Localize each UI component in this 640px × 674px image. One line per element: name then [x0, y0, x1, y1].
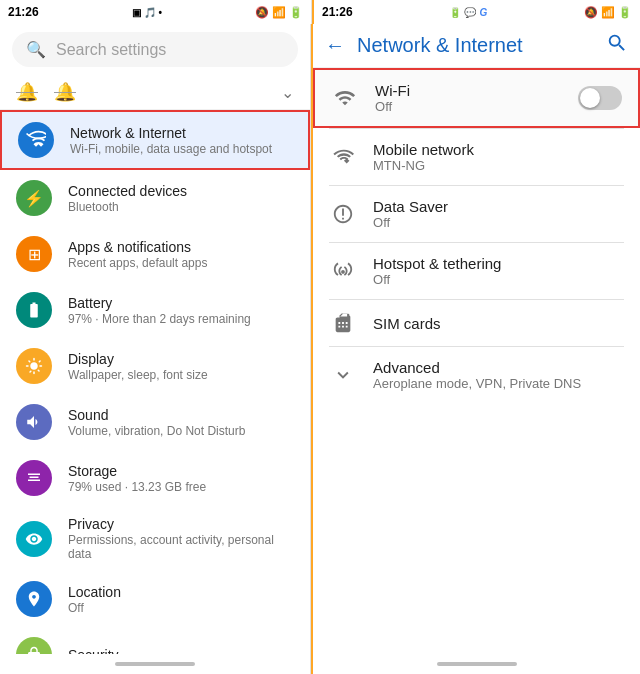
storage-text: Storage 79% used · 13.23 GB free: [68, 463, 294, 494]
data-saver-item[interactable]: Data Saver Off: [313, 186, 640, 242]
connected-title: Connected devices: [68, 183, 294, 199]
right-search-button[interactable]: [606, 32, 628, 59]
settings-item-connected[interactable]: ⚡ Connected devices Bluetooth: [0, 170, 310, 226]
search-bar[interactable]: 🔍 Search settings: [12, 32, 298, 67]
connected-subtitle: Bluetooth: [68, 200, 294, 214]
mobile-icon: [329, 146, 357, 168]
hotspot-text: Hotspot & tethering Off: [373, 255, 624, 287]
advanced-title: Advanced: [373, 359, 624, 376]
network-subtitle: Wi-Fi, mobile, data usage and hotspot: [70, 142, 292, 156]
mobile-network-item[interactable]: Mobile network MTN-NG: [313, 129, 640, 185]
privacy-title: Privacy: [68, 516, 294, 532]
hotspot-icon: [329, 260, 357, 282]
display-text: Display Wallpaper, sleep, font size: [68, 351, 294, 382]
hotspot-item[interactable]: Hotspot & tethering Off: [313, 243, 640, 299]
storage-title: Storage: [68, 463, 294, 479]
notif-alert-icon: 🔔: [54, 81, 76, 103]
display-icon: [16, 348, 52, 384]
mobile-subtitle: MTN-NG: [373, 158, 624, 173]
bell-slash-icon-right: 🔕: [584, 6, 598, 19]
mobile-title: Mobile network: [373, 141, 624, 158]
privacy-text: Privacy Permissions, account activity, p…: [68, 516, 294, 561]
advanced-text: Advanced Aeroplane mode, VPN, Private DN…: [373, 359, 624, 391]
apps-text: Apps & notifications Recent apps, defaul…: [68, 239, 294, 270]
right-header: ← Network & Internet: [313, 24, 640, 68]
whatsapp-icon: 💬: [464, 7, 476, 18]
settings-item-storage[interactable]: Storage 79% used · 13.23 GB free: [0, 450, 310, 506]
notif-bell-icon: 🔔: [16, 81, 38, 103]
advanced-icon: [329, 364, 357, 386]
display-title: Display: [68, 351, 294, 367]
location-icon: [16, 581, 52, 617]
mobile-text: Mobile network MTN-NG: [373, 141, 624, 173]
left-status-time: 21:26: [8, 5, 39, 19]
settings-item-security[interactable]: Security: [0, 627, 310, 654]
battery-icon-left: 🔋: [289, 6, 303, 19]
storage-icon: [16, 460, 52, 496]
advanced-subtitle: Aeroplane mode, VPN, Private DNS: [373, 376, 624, 391]
network-title: Network & Internet: [70, 125, 292, 141]
data-saver-icon: [329, 203, 357, 225]
back-button[interactable]: ←: [325, 34, 345, 57]
wifi-icon: [331, 87, 359, 109]
wifi-text: Wi-Fi Off: [375, 82, 562, 114]
connected-icon: ⚡: [16, 180, 52, 216]
g-icon: G: [479, 7, 487, 18]
advanced-item[interactable]: Advanced Aeroplane mode, VPN, Private DN…: [313, 347, 640, 403]
settings-item-battery[interactable]: Battery 97% · More than 2 days remaining: [0, 282, 310, 338]
signal-icon-right: 📶: [601, 6, 615, 19]
privacy-subtitle: Permissions, account activity, personal …: [68, 533, 294, 561]
wifi-toggle[interactable]: [578, 86, 622, 110]
data-saver-text: Data Saver Off: [373, 198, 624, 230]
settings-item-privacy[interactable]: Privacy Permissions, account activity, p…: [0, 506, 310, 571]
network-icon: [18, 122, 54, 158]
settings-item-network[interactable]: Network & Internet Wi-Fi, mobile, data u…: [0, 110, 310, 170]
security-text: Security: [68, 647, 294, 655]
battery-icon-right-status: 🔋: [449, 7, 461, 18]
apps-title: Apps & notifications: [68, 239, 294, 255]
location-title: Location: [68, 584, 294, 600]
notification-row[interactable]: 🔔 🔔 ⌄: [0, 75, 310, 110]
sim-cards-item[interactable]: SIM cards: [313, 300, 640, 346]
sound-icon: [16, 404, 52, 440]
battery-icon-right: 🔋: [618, 6, 632, 19]
search-icon: 🔍: [26, 40, 46, 59]
security-icon: [16, 637, 52, 654]
battery-settings-icon: [16, 292, 52, 328]
security-title: Security: [68, 647, 294, 655]
right-panel-title: Network & Internet: [357, 34, 594, 57]
dot-icon: •: [159, 7, 163, 18]
battery-text: Battery 97% · More than 2 days remaining: [68, 295, 294, 326]
sim-cards-icon: [329, 312, 357, 334]
settings-item-display[interactable]: Display Wallpaper, sleep, font size: [0, 338, 310, 394]
settings-item-location[interactable]: Location Off: [0, 571, 310, 627]
wifi-subtitle: Off: [375, 99, 562, 114]
settings-item-sound[interactable]: Sound Volume, vibration, Do Not Disturb: [0, 394, 310, 450]
privacy-icon: [16, 521, 52, 557]
sound-subtitle: Volume, vibration, Do Not Disturb: [68, 424, 294, 438]
storage-subtitle: 79% used · 13.23 GB free: [68, 480, 294, 494]
battery-title: Battery: [68, 295, 294, 311]
network-settings-list: Wi-Fi Off Mobile network MTN-NG: [313, 68, 640, 654]
hotspot-title: Hotspot & tethering: [373, 255, 624, 272]
media-icon: 🎵: [144, 7, 156, 18]
sim-cards-text: SIM cards: [373, 315, 624, 332]
settings-item-apps[interactable]: ⊞ Apps & notifications Recent apps, defa…: [0, 226, 310, 282]
network-text: Network & Internet Wi-Fi, mobile, data u…: [70, 125, 292, 156]
connected-text: Connected devices Bluetooth: [68, 183, 294, 214]
location-subtitle: Off: [68, 601, 294, 615]
apps-subtitle: Recent apps, default apps: [68, 256, 294, 270]
home-indicator-right: [313, 654, 640, 674]
display-subtitle: Wallpaper, sleep, font size: [68, 368, 294, 382]
wifi-title: Wi-Fi: [375, 82, 562, 99]
data-saver-subtitle: Off: [373, 215, 624, 230]
expand-icon[interactable]: ⌄: [281, 83, 294, 102]
wifi-item[interactable]: Wi-Fi Off: [313, 68, 640, 128]
signal-icon-left: 📶: [272, 6, 286, 19]
sim-cards-title: SIM cards: [373, 315, 624, 332]
sound-title: Sound: [68, 407, 294, 423]
search-placeholder: Search settings: [56, 41, 166, 59]
right-status-time: 21:26: [322, 5, 353, 19]
bell-slash-icon-left: 🔕: [255, 6, 269, 19]
battery-subtitle: 97% · More than 2 days remaining: [68, 312, 294, 326]
